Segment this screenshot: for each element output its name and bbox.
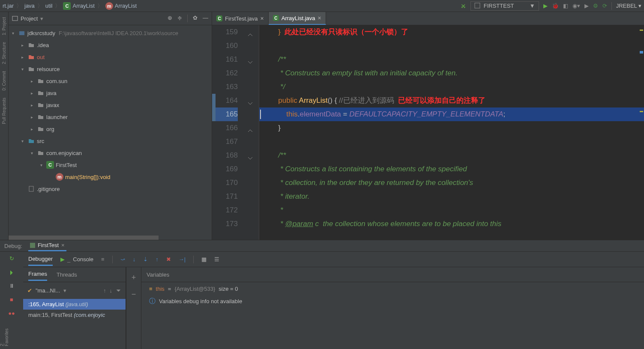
stop-icon[interactable]: ⚙ (593, 3, 598, 9)
debug-toolbar: Debugger ▶_Console ≡ ⤻ ↓ ⇣ ↑ ✖ →| ▦ ☰ (23, 252, 644, 267)
filter-icon[interactable]: ⏷ (116, 287, 121, 294)
variables-title: Variables (141, 267, 644, 282)
tree-node[interactable]: .gitignore (9, 183, 212, 195)
profile-icon[interactable]: ◉▾ (572, 3, 580, 9)
remove-watch-icon[interactable]: − (132, 290, 136, 299)
drop-frame-icon[interactable]: ✖ (166, 256, 171, 262)
next-frame-icon[interactable]: ↓ (110, 287, 113, 294)
method-icon: m (105, 2, 113, 10)
code-editor[interactable]: 1591601611621631641651661671681691701711… (212, 25, 644, 240)
editor-tab[interactable]: CArrayList.java× (269, 12, 326, 25)
tree-node[interactable]: com.enjoyican (9, 147, 212, 159)
folder-o-icon (27, 54, 35, 60)
fold-gutter[interactable] (246, 25, 259, 240)
tree-root[interactable]: jdksrcstudy F:\javasoftware\IntelliJ IDE… (9, 27, 212, 39)
build-icon[interactable]: ⤩ (461, 2, 466, 10)
breadcrumb-item[interactable]: util (45, 3, 53, 9)
variable-row[interactable]: ⓘ Variables debug info not available (149, 297, 636, 305)
locate-icon[interactable]: ⊕ (168, 15, 172, 22)
tree-node[interactable]: org (9, 123, 212, 135)
file-icon (27, 186, 35, 192)
class-icon: C (63, 2, 71, 10)
project-tree[interactable]: jdksrcstudy F:\javasoftware\IntelliJ IDE… (9, 25, 212, 240)
close-icon[interactable]: × (61, 242, 65, 248)
breadcrumb-item[interactable]: rt.jar (3, 3, 14, 9)
thread-select[interactable]: "ma...NI... (36, 287, 60, 294)
frames-tab[interactable]: Frames (28, 268, 47, 281)
debugger-tab[interactable]: Debugger (28, 253, 53, 266)
folder-icon (37, 150, 45, 155)
run-config-select[interactable]: FIRSTTEST ▼ (470, 1, 539, 11)
breadcrumb-item[interactable]: ArrayList (72, 3, 94, 9)
user-menu[interactable]: JREBEL ▾ (616, 3, 641, 9)
rerun-icon[interactable]: ↻ (8, 254, 15, 262)
project-panel: Project ▾ ⊕ ≑ ✿ — jdksrcstudy F:\javasof… (9, 12, 212, 240)
debug-icon[interactable]: 🐞 (552, 3, 559, 9)
close-icon[interactable]: × (261, 15, 264, 22)
evaluate-icon[interactable]: ▦ (201, 256, 207, 262)
threads-tab[interactable]: Threads (57, 269, 77, 280)
close-icon[interactable]: × (318, 15, 321, 21)
tree-node[interactable]: .idea (9, 39, 212, 51)
attach-icon[interactable]: ▶ (584, 3, 589, 9)
thread-check-icon: ✔ (27, 287, 32, 294)
step-over-icon[interactable]: ⤻ (120, 256, 125, 262)
variable-row[interactable]: ≡ this = {ArrayList@533} size = 0 (149, 286, 636, 292)
tree-node[interactable]: mmain(String[]):void (9, 171, 212, 183)
tree-node[interactable]: CFirstTest (9, 159, 212, 171)
run-icon[interactable]: ▶ (543, 3, 548, 9)
force-step-into-icon[interactable]: ⇣ (143, 256, 148, 262)
folder-icon (37, 102, 45, 107)
toolbar-right: ⤩ FIRSTTEST ▼ ▶ 🐞 ◧ ◉▾ ▶ ⚙ ⟳ JREBEL ▾ (461, 0, 641, 12)
project-panel-title[interactable]: Project ▾ (12, 15, 43, 22)
svg-rect-2 (19, 31, 24, 35)
debug-title: Debug: (4, 243, 22, 249)
tree-h-scroll[interactable] (9, 236, 212, 240)
breadcrumb-item[interactable]: ArrayList (115, 3, 137, 9)
side-tab[interactable]: 0: Commit (2, 71, 6, 91)
tree-node[interactable]: relsource (9, 63, 212, 75)
gear-icon[interactable]: ✿ (193, 15, 198, 22)
resume-icon[interactable]: ⏵ (8, 268, 15, 276)
coverage-icon[interactable]: ◧ (563, 3, 568, 9)
side-tab[interactable]: Pull Requests (2, 98, 6, 124)
watch-tools: + − (126, 267, 141, 349)
breadcrumb-item[interactable]: java (24, 3, 35, 9)
run-to-cursor-icon[interactable]: →| (179, 256, 186, 262)
side-tab[interactable]: 2: Structure (2, 42, 6, 64)
tree-node[interactable]: javax (9, 99, 212, 111)
tree-node[interactable]: com.sun (9, 75, 212, 87)
debug-session-tab[interactable]: FirstTest × (28, 240, 66, 251)
pause-icon[interactable]: ⏸ (8, 282, 15, 289)
tree-node[interactable]: launcher (9, 111, 212, 123)
variables-list[interactable]: ≡ this = {ArrayList@533} size = 0ⓘ Varia… (141, 282, 644, 349)
debug-panel: Debug: FirstTest × ↻ ⏵ ⏸ ■ ●● Debugger ▶… (0, 240, 644, 349)
frames-list[interactable]: :165, ArrayList (java.util)main:15, Firs… (23, 299, 126, 349)
side-tab[interactable]: 1: Project (2, 17, 6, 35)
trace-icon[interactable]: ☰ (214, 256, 219, 262)
tree-node[interactable]: out (9, 51, 212, 63)
line-gutter: 1591601611621631641651661671681691701711… (212, 25, 246, 240)
stack-frame[interactable]: :165, ArrayList (java.util) (23, 299, 126, 310)
hide-icon[interactable]: — (203, 15, 208, 22)
svg-rect-4 (30, 243, 35, 248)
expand-icon[interactable]: ≑ (177, 15, 182, 22)
editor-tab[interactable]: CFirstTest.java× (212, 12, 269, 25)
prev-frame-icon[interactable]: ↑ (103, 287, 106, 294)
editor-v-scroll[interactable] (639, 25, 644, 240)
svg-rect-0 (475, 3, 480, 8)
stack-frame[interactable]: main:15, FirstTest (com.enjoyic (23, 310, 126, 320)
editor-tabs: CFirstTest.java×CArrayList.java× (212, 12, 644, 25)
add-watch-icon[interactable]: + (132, 273, 136, 282)
stop-icon[interactable]: ■ (8, 295, 15, 303)
console-tab[interactable]: ▶_Console (60, 256, 93, 262)
step-out-icon[interactable]: ↑ (156, 256, 159, 262)
jrebel-icon[interactable]: ⟳ (602, 3, 607, 9)
tree-node[interactable]: src (9, 135, 212, 147)
variables-panel: Variables ≡ this = {ArrayList@533} size … (141, 267, 644, 349)
project-icon (12, 15, 18, 21)
step-into-icon[interactable]: ↓ (133, 256, 136, 262)
tree-node[interactable]: java (9, 87, 212, 99)
favorites-tab[interactable]: 2: Favorites (0, 328, 9, 346)
breakpoints-icon[interactable]: ●● (8, 309, 15, 317)
